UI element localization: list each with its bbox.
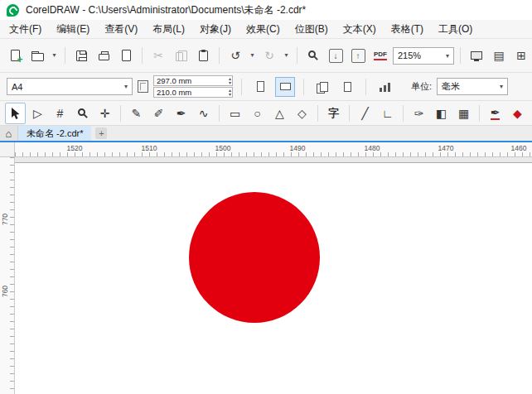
text-tool-button[interactable]: 字 xyxy=(323,103,344,124)
fill-tool-button[interactable]: ◆ xyxy=(507,103,528,124)
new-document-button[interactable] xyxy=(5,46,25,65)
vertical-ruler[interactable]: 770 760 xyxy=(0,157,15,394)
interactive-fill-tool-button[interactable]: ◧ xyxy=(431,103,452,124)
polygon-tool-button[interactable]: △ xyxy=(269,103,290,124)
print-preview-button[interactable] xyxy=(116,46,136,65)
zoom-tool-button[interactable] xyxy=(72,103,93,124)
new-tab-button[interactable]: + xyxy=(95,127,107,139)
standard-toolbar: ▾ ✂ ↺ ▾ ↻ ▾ ↓ ↑ PDF 215% ▾ ▤ ⊞ xyxy=(0,38,532,73)
ruler-origin-corner[interactable] xyxy=(0,142,15,156)
shapes-icon: ◇ xyxy=(297,107,307,120)
dimension-line-icon: ╱ xyxy=(361,107,368,120)
toolbox-divider xyxy=(349,105,350,122)
menu-item-edit[interactable]: 编辑(E) xyxy=(49,20,97,38)
cursor-icon xyxy=(10,107,21,120)
pick-tool-button[interactable] xyxy=(5,103,26,124)
shape-tool-button[interactable]: ▷ xyxy=(27,103,48,124)
toolbox-divider xyxy=(479,105,480,122)
page-size-combo[interactable]: A4 ▾ xyxy=(7,78,133,95)
menu-item-tools[interactable]: 工具(O) xyxy=(431,20,480,38)
horizontal-ruler[interactable]: 1520 1510 1500 1490 1480 1470 1460 xyxy=(0,142,532,157)
copy-icon xyxy=(176,52,183,61)
menu-item-text[interactable]: 文本(X) xyxy=(336,20,384,38)
bezier-tool-button[interactable]: ∿ xyxy=(193,103,214,124)
toolbox-divider xyxy=(403,105,404,122)
show-rulers-button[interactable]: ▤ xyxy=(489,46,509,65)
undo-button[interactable]: ↺ xyxy=(225,46,245,65)
current-page-button[interactable] xyxy=(337,77,357,97)
drawing-canvas[interactable] xyxy=(15,157,532,394)
spin-down-icon[interactable]: ▾ xyxy=(229,81,231,85)
dimension-tool-button[interactable]: ╱ xyxy=(355,103,375,124)
mesh-fill-tool-button[interactable]: ▦ xyxy=(453,103,474,124)
vruler-label: 760 xyxy=(1,283,11,300)
current-page-icon xyxy=(344,82,351,92)
width-spinner[interactable]: ▴ ▾ xyxy=(229,77,231,84)
document-tab-active[interactable]: 未命名 -2.cdr* xyxy=(18,126,91,141)
landscape-button[interactable] xyxy=(275,77,295,97)
ellipse-icon: ○ xyxy=(254,107,260,120)
height-spinner[interactable]: ▴ ▾ xyxy=(229,89,231,96)
spin-down-icon[interactable]: ▾ xyxy=(229,93,231,97)
cut-icon: ✂ xyxy=(153,50,163,61)
menu-item-effects[interactable]: 效果(C) xyxy=(239,20,288,38)
page-size-value: A4 xyxy=(12,82,22,92)
pan-tool-button[interactable]: ✛ xyxy=(94,103,115,124)
ellipse-tool-button[interactable]: ○ xyxy=(247,103,268,124)
text-tool-icon: 字 xyxy=(328,106,339,121)
page-width-input[interactable]: 297.0 mm ▴ ▾ xyxy=(153,75,233,86)
fullscreen-preview-button[interactable] xyxy=(467,46,486,65)
search-icon xyxy=(308,50,316,58)
menu-item-object[interactable]: 对象(J) xyxy=(192,20,239,38)
publish-pdf-button[interactable]: PDF xyxy=(370,46,390,65)
search-content-button[interactable] xyxy=(303,46,323,65)
horizontal-ruler-ticks xyxy=(15,152,532,156)
menu-item-layout[interactable]: 布局(L) xyxy=(145,20,192,38)
landscape-icon xyxy=(280,83,291,90)
open-button[interactable] xyxy=(27,46,47,65)
off-page-area xyxy=(15,157,532,163)
page-height-input[interactable]: 210.0 mm ▴ ▾ xyxy=(153,87,233,98)
vertical-ruler-ticks xyxy=(10,157,14,394)
units-combo[interactable]: 毫米 ▾ xyxy=(437,78,508,95)
portrait-button[interactable] xyxy=(250,77,270,97)
redo-button[interactable]: ↻ xyxy=(259,46,279,65)
print-button[interactable] xyxy=(94,46,114,65)
copy-button[interactable] xyxy=(171,46,191,65)
zoom-level-combo[interactable]: 215% ▾ xyxy=(393,47,454,65)
red-circle-object[interactable] xyxy=(189,192,320,323)
common-shapes-tool-button[interactable]: ◇ xyxy=(292,103,312,124)
paste-button[interactable] xyxy=(193,46,213,65)
pen-tool-button[interactable]: ✒ xyxy=(171,103,191,124)
document-tab-label: 未命名 -2.cdr* xyxy=(27,127,83,140)
menu-item-table[interactable]: 表格(T) xyxy=(384,20,431,38)
all-pages-button[interactable] xyxy=(312,77,332,97)
open-dropdown-button[interactable]: ▾ xyxy=(50,46,59,65)
crop-tool-button[interactable]: # xyxy=(50,103,70,124)
brush-icon: ✐ xyxy=(154,107,164,120)
nudge-distance-button[interactable] xyxy=(375,77,394,97)
chevron-down-icon: ▾ xyxy=(496,83,503,90)
show-grid-button[interactable]: ⊞ xyxy=(511,46,531,65)
magnifier-icon xyxy=(78,108,85,116)
save-button[interactable] xyxy=(71,46,91,65)
outline-pen-tool-button[interactable]: ✒ xyxy=(485,103,505,124)
menu-item-bitmaps[interactable]: 位图(B) xyxy=(288,20,336,38)
menu-item-view[interactable]: 查看(V) xyxy=(97,20,145,38)
undo-dropdown-button[interactable]: ▾ xyxy=(248,46,257,65)
import-button[interactable]: ↓ xyxy=(326,46,346,65)
connector-tool-button[interactable]: ∟ xyxy=(377,103,398,124)
artistic-media-tool-button[interactable]: ✐ xyxy=(148,103,169,124)
document-tab-bar: ⌂ 未命名 -2.cdr* + xyxy=(0,126,532,142)
rectangle-icon: ▭ xyxy=(230,107,240,120)
menu-item-file[interactable]: 文件(F) xyxy=(2,20,49,38)
redo-dropdown-button[interactable]: ▾ xyxy=(282,46,291,65)
rectangle-tool-button[interactable]: ▭ xyxy=(225,103,245,124)
eyedropper-tool-button[interactable]: ✑ xyxy=(409,103,429,124)
export-button[interactable]: ↑ xyxy=(348,46,368,65)
freehand-tool-button[interactable]: ✎ xyxy=(126,103,147,124)
welcome-screen-button[interactable]: ⌂ xyxy=(0,126,18,141)
chevron-down-icon: ▾ xyxy=(284,52,288,59)
cut-button[interactable]: ✂ xyxy=(148,46,168,65)
coreldraw-window: CorelDRAW - C:\Users\Administrator\Docum… xyxy=(0,0,532,394)
